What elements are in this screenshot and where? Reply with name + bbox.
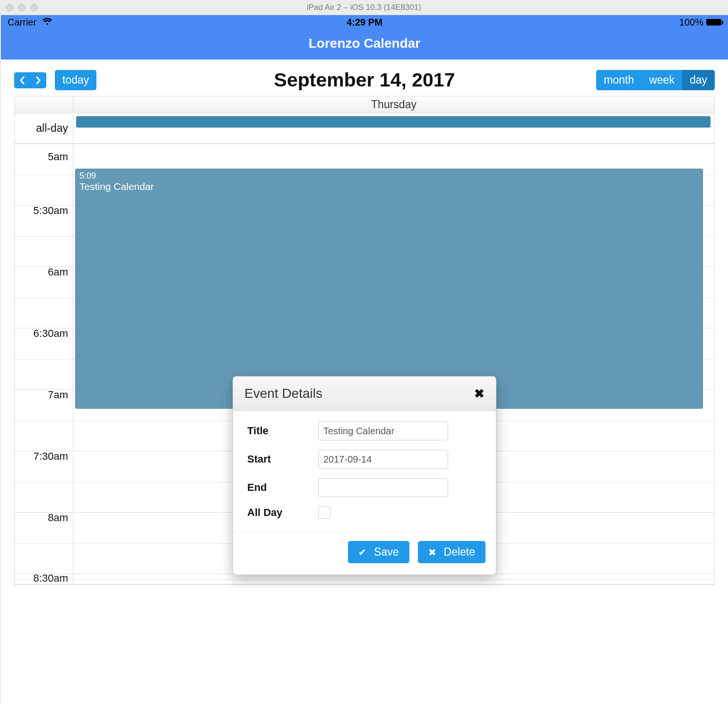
time-slot: 7:30am xyxy=(15,451,73,513)
simulator-titlebar: iPad Air 2 – iOS 10.3 (14E8301) xyxy=(0,0,728,15)
form-row-start: Start xyxy=(247,450,482,469)
label-end: End xyxy=(247,481,318,494)
wifi-icon xyxy=(42,18,52,27)
axis-header xyxy=(15,96,73,113)
window-zoom-icon[interactable] xyxy=(30,4,38,11)
event-details-modal: Event Details ✖ Title Start End All Day xyxy=(233,376,496,575)
label-start: Start xyxy=(247,453,318,465)
checkbox-allday[interactable] xyxy=(318,507,330,519)
chevron-right-icon xyxy=(35,76,42,85)
time-slot: 5am xyxy=(15,144,73,206)
input-end[interactable] xyxy=(318,478,448,497)
input-start[interactable] xyxy=(318,450,448,469)
allday-event[interactable] xyxy=(76,116,711,128)
day-header: Thursday xyxy=(73,96,714,113)
modal-header: Event Details ✖ xyxy=(233,377,496,411)
simulator-body: Carrier 4:29 PM 100% Lorenzo Calendar to… xyxy=(0,15,728,704)
ios-nav-bar: Carrier 4:29 PM 100% Lorenzo Calendar xyxy=(1,15,728,60)
modal-footer: Save Delete xyxy=(233,532,496,575)
window-controls[interactable] xyxy=(6,4,38,11)
modal-close-button[interactable]: ✖ xyxy=(474,386,485,401)
window-close-icon[interactable] xyxy=(6,4,13,11)
time-label: 8:30am xyxy=(34,574,68,584)
chevron-left-icon xyxy=(19,76,26,85)
time-slot: 8:30am xyxy=(15,574,73,584)
battery-icon xyxy=(706,19,721,26)
allday-label: all-day xyxy=(15,113,73,143)
event-start-time: 5:09 xyxy=(79,171,699,181)
app-title: Lorenzo Calendar xyxy=(1,29,728,60)
today-button[interactable]: today xyxy=(55,70,96,90)
grid-slot[interactable] xyxy=(73,574,714,584)
window-minimize-icon[interactable] xyxy=(18,4,26,11)
event-title: Testing Calendar xyxy=(79,181,699,192)
time-label: 5am xyxy=(48,151,68,163)
save-button[interactable]: Save xyxy=(348,541,409,563)
time-label: 5:30am xyxy=(34,205,68,217)
nav-arrow-group xyxy=(14,72,46,88)
time-slot: 8am xyxy=(15,513,73,574)
label-allday: All Day xyxy=(247,507,318,519)
carrier-text: Carrier xyxy=(8,17,36,27)
status-time: 4:29 PM xyxy=(347,17,382,28)
allday-cell[interactable] xyxy=(73,113,714,143)
next-button[interactable] xyxy=(30,72,46,88)
check-icon xyxy=(358,546,371,558)
battery-status: 100% xyxy=(679,17,721,28)
time-slot: 7am xyxy=(15,390,73,451)
time-slot: 6am xyxy=(15,267,73,328)
save-label: Save xyxy=(374,546,399,558)
form-row-title: Title xyxy=(247,421,482,440)
time-slot: 5:30am xyxy=(15,206,73,267)
input-title[interactable] xyxy=(318,421,448,440)
calendar-event[interactable]: 5:09 Testing Calendar xyxy=(75,169,703,409)
time-slot: 6:30am xyxy=(15,328,73,390)
close-icon: ✖ xyxy=(474,386,485,401)
battery-percent: 100% xyxy=(679,17,703,28)
time-label: 6am xyxy=(48,266,68,278)
delete-label: Delete xyxy=(444,546,475,558)
calendar-toolbar: today September 14, 2017 month week day xyxy=(1,60,728,96)
delete-button[interactable]: Delete xyxy=(418,541,485,563)
simulator-title: iPad Air 2 – iOS 10.3 (14E8301) xyxy=(307,3,421,12)
time-axis: 5am 5:30am 6am 6:30am 7am 7:30am 8am 8:3… xyxy=(15,144,73,584)
carrier-label: Carrier xyxy=(8,17,52,28)
time-label: 7:30am xyxy=(34,450,68,463)
x-icon xyxy=(428,546,441,558)
view-month-button[interactable]: month xyxy=(596,70,641,90)
time-label: 7am xyxy=(48,389,68,401)
ios-status-bar: Carrier 4:29 PM 100% xyxy=(1,15,728,29)
form-row-end: End xyxy=(247,478,482,497)
view-week-button[interactable]: week xyxy=(641,70,682,90)
label-title: Title xyxy=(247,425,318,437)
view-switch: month week day xyxy=(596,70,715,90)
modal-title: Event Details xyxy=(244,386,322,401)
form-row-allday: All Day xyxy=(247,507,482,519)
time-label: 8am xyxy=(48,512,68,524)
date-title: September 14, 2017 xyxy=(274,69,455,91)
time-label: 6:30am xyxy=(34,327,68,340)
prev-button[interactable] xyxy=(14,72,30,88)
view-day-button[interactable]: day xyxy=(682,70,715,90)
allday-row: all-day xyxy=(15,113,714,144)
modal-body: Title Start End All Day xyxy=(233,411,496,532)
calendar-header-row: Thursday xyxy=(15,96,714,113)
